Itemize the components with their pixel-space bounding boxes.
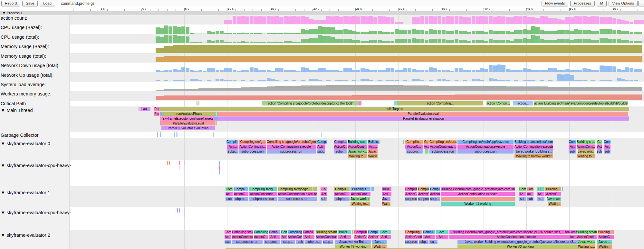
trace-slice[interactable]: Javac work... <box>348 149 367 154</box>
trace-slice[interactable]: ActionContinuation.execute <box>514 144 553 149</box>
trace-slice[interactable]: Compilin... <box>405 140 423 144</box>
trace-slice[interactable]: Ac... <box>225 235 231 239</box>
trace-slice[interactable]: subp... <box>430 197 440 201</box>
trace-slice[interactable] <box>219 161 220 165</box>
trace-slice[interactable]: Com <box>519 187 526 191</box>
thread-group-label[interactable]: ▼ skyframe-evaluator-cpu-heavy- <box>1 163 71 168</box>
trace-slice[interactable]: ActionContinuation.execute <box>267 144 316 149</box>
trace-slice[interactable]: Javac ... <box>597 240 612 244</box>
trace-slice[interactable] <box>178 132 178 137</box>
trace-slice[interactable]: Building src/main/jav... <box>316 230 337 234</box>
trace-slice[interactable]: sub <box>569 149 576 154</box>
trace-slice[interactable] <box>394 101 397 105</box>
trace-slice[interactable]: C... <box>537 187 544 191</box>
trace-slice[interactable]: Ac... <box>519 192 526 196</box>
trace-slice[interactable]: ActionContinuati... <box>429 144 457 149</box>
trace-slice[interactable]: ActionC... <box>545 192 561 196</box>
trace-slice[interactable]: Com <box>569 140 576 144</box>
trace-slice[interactable] <box>198 101 199 105</box>
trace-slice[interactable]: Compiling... <box>254 230 268 234</box>
trace-slice[interactable]: Com... <box>436 230 448 234</box>
trace-slice[interactable]: Compil... <box>423 230 435 234</box>
trace-slice[interactable]: Ac... <box>537 192 544 196</box>
trace-slice[interactable]: Compili... <box>334 187 350 191</box>
trace-slice[interactable]: Waiting to... <box>577 154 595 158</box>
trace-slice[interactable]: Javac wo... <box>547 197 561 201</box>
trace-slice[interactable]: subprocess.run <box>267 149 316 154</box>
trace-slice[interactable]: action 'Compili... <box>486 101 510 105</box>
trace-slice[interactable]: Com <box>226 187 233 191</box>
trace-slice[interactable]: buildTargets <box>159 107 629 111</box>
trace-slice[interactable]: sub <box>225 240 231 244</box>
trace-slice[interactable]: Waiting to borrow worker <box>514 154 553 158</box>
trace-slice[interactable] <box>177 208 178 213</box>
trace-slice[interactable]: Com <box>527 187 533 191</box>
trace-slice[interactable]: Par <box>154 112 159 116</box>
trace-slice[interactable] <box>219 165 220 170</box>
trace-slice[interactable]: Compiling src/core/... <box>429 140 457 144</box>
trace-slice[interactable]: subprocess.run <box>429 149 457 154</box>
thread-group-label[interactable]: ▼ skyframe-evaluator 0 <box>1 141 50 146</box>
trace-slice[interactable]: Compiling src/g... <box>239 140 266 144</box>
trace-slice[interactable]: Acti... <box>368 144 378 149</box>
trace-slice[interactable]: subprocess.run <box>232 240 263 244</box>
trace-slice[interactable]: ActionConti... <box>288 235 302 239</box>
trace-slice[interactable]: Act <box>569 144 576 149</box>
trace-slice[interactable]: subproc... <box>305 240 322 244</box>
thread-group-label[interactable]: ▼ skyframe-evaluator 1 <box>1 190 50 195</box>
trace-slice[interactable] <box>157 132 158 137</box>
trace-slice[interactable] <box>219 170 220 174</box>
trace-slice[interactable]: Com <box>569 230 576 234</box>
trace-slice[interactable]: Javac worker... <box>351 197 370 201</box>
trace-slice[interactable]: su... <box>537 197 544 201</box>
trace-slice[interactable] <box>167 161 168 165</box>
trace-slice[interactable]: Build... <box>382 187 391 191</box>
trace-slice[interactable]: Compiling src/google... <box>232 230 253 234</box>
trace-slice[interactable] <box>160 112 162 116</box>
trace-slice[interactable]: Javac wor... <box>578 240 595 244</box>
trace-slice[interactable]: subproc... <box>334 197 350 201</box>
trace-slice[interactable]: Compiling ... <box>405 187 417 191</box>
trace-slice[interactable]: Compiling src/main/cpp/blaze.cc <box>457 140 514 144</box>
trace-slice[interactable]: Comp... <box>317 140 327 144</box>
trace-slice[interactable] <box>139 107 139 111</box>
trace-slice[interactable]: Acti... <box>380 235 391 239</box>
trace-slice[interactable]: subproc... <box>234 197 248 201</box>
trace-slice[interactable]: Building external/com_google_protobuf/ja… <box>441 187 515 191</box>
trace-slice[interactable]: Acti... <box>338 235 351 239</box>
trace-slice[interactable]: subp... <box>419 240 428 244</box>
trace-slice[interactable] <box>185 208 185 213</box>
trace-slice[interactable]: runAnalysisPhase <box>162 112 216 116</box>
trace-slice[interactable]: Acti... <box>423 235 435 239</box>
trace-slice[interactable]: ActionConti... <box>348 144 367 149</box>
trace-slice[interactable]: Acti... <box>382 192 391 196</box>
trace-slice[interactable]: Act... <box>436 235 448 239</box>
trace-slice[interactable]: ActionContinuati... <box>405 235 422 239</box>
trace-slice[interactable]: Javac... <box>368 149 378 154</box>
trace-slice[interactable] <box>174 132 175 137</box>
trace-slice[interactable]: Com <box>604 140 610 144</box>
trace-slice[interactable] <box>215 116 218 121</box>
trace-slice[interactable]: ActionC... <box>334 192 350 196</box>
trace-slice[interactable]: Compi... <box>269 230 280 234</box>
trace-slice[interactable]: sub <box>604 149 610 154</box>
trace-slice[interactable]: ActionContinuation.execute <box>441 192 515 196</box>
trace-slice[interactable]: Acti... <box>227 144 238 149</box>
trace-slice[interactable] <box>403 140 404 144</box>
trace-slice[interactable]: skyframeExecutor.configureTargets <box>161 116 215 121</box>
trace-slice[interactable]: Act <box>424 144 429 149</box>
trace-slice[interactable]: su... <box>429 240 437 244</box>
trace-slice[interactable]: Compil... <box>226 140 238 144</box>
trace-slice[interactable]: Waiting to... <box>351 202 370 206</box>
trace-slice[interactable]: subproc... <box>406 149 423 154</box>
trace-slice[interactable]: Waitin... <box>597 244 612 249</box>
trace-slice[interactable]: Compiling ... <box>288 230 302 234</box>
trace-slice[interactable]: Building src... <box>577 140 595 144</box>
trace-slice[interactable] <box>316 140 317 144</box>
trace-slice[interactable]: Parallel Evaluator evaluation <box>218 116 629 121</box>
trace-slice[interactable]: subprocess.run <box>239 149 266 154</box>
trace-slice[interactable] <box>321 132 322 137</box>
trace-slice[interactable]: action 'Compiling... <box>397 101 483 105</box>
trace-slice[interactable]: Compiling src/google/protobuf/generat... <box>267 140 316 144</box>
trace-slice[interactable]: Compiling... <box>354 230 367 234</box>
